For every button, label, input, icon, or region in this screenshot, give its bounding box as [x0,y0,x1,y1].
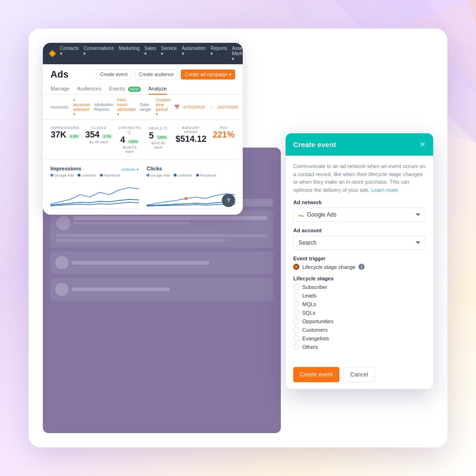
sqls-checkbox[interactable] [293,309,299,316]
clicks-legend: Google Ads LinkedIn Facebook [147,173,235,178]
stage-mqls[interactable]: MQLs [293,301,426,307]
clicks-legend-linkedin: LinkedIn [174,173,192,178]
lifecycle-stages-label: Lifecycle stages [293,276,426,281]
contacts-value: 4 [120,135,125,145]
clicks-chart-area: 200 [147,180,235,209]
ad-account-select[interactable]: Search [293,236,426,250]
stage-others[interactable]: Others [293,344,426,350]
others-checkbox[interactable] [293,344,299,350]
stage-opportunities[interactable]: Opportunities [293,318,426,324]
date-arrow: → [208,105,213,109]
lifecycle-stage-change-label: Lifecycle stage change [302,264,356,270]
learn-more-link[interactable]: Learn more [371,187,398,193]
nav-conversations[interactable]: Conversations ▾ [83,46,114,61]
stage-evangelists[interactable]: Evangelists [293,335,426,341]
mqls-label: MQLs [302,301,316,307]
lifecycle-stages-list: Subscriber Leads MQLs SQLs [293,284,426,350]
ad-account-label: Ad account [293,228,426,233]
legend-linkedin: LinkedIn [78,173,96,178]
stage-customers[interactable]: Customers [293,327,426,333]
nav-sales[interactable]: Sales ▾ [144,46,156,61]
tab-analyze[interactable]: Analyze [149,83,167,94]
create-event-submit-button[interactable]: Create event [293,367,339,382]
ads-tabs: Manage Audiences Events NEW Analyze [43,83,243,95]
lifecycle-info-icon: i [358,264,365,270]
modal-description: Communicate to an ad network when an eve… [293,162,426,194]
start-date[interactable]: 07/01/2016 [183,105,205,109]
svg-point-8 [302,215,304,217]
date-separator: 📅 [174,105,179,109]
deals-badge: 125% [156,135,168,139]
clicks-badge: 1.7% [102,134,112,139]
attribution-filter-label: Attribution Reports: [94,102,114,112]
nav-asset-marketplace[interactable]: Asset Marketplace ▾ [232,46,243,61]
leads-label: Leads [302,293,317,298]
create-audience-button[interactable]: Create audience [135,69,178,79]
outer-card: 🔶 Contacts ▾ Conversations ▾ Marketing S… [29,29,447,447]
ad-network-select-wrapper: Google Ads [293,208,426,222]
nav-service[interactable]: Service ▾ [161,46,177,61]
impressions-badge: 1.0% [69,134,79,139]
nav-contacts[interactable]: Contacts ▾ [60,46,79,61]
lifecycle-stages-group: Lifecycle stages Subscriber Leads MQLs [293,276,426,350]
clicks-legend-google: Google Ads [147,173,170,178]
lifecycle-radio[interactable] [293,264,299,270]
leads-checkbox[interactable] [293,292,299,298]
help-button[interactable]: ? [222,194,235,207]
tab-audiences[interactable]: Audiences [77,83,101,94]
nav-reports[interactable]: Reports ▾ [210,46,227,61]
contacts-sub: $128.53 each [118,145,141,154]
impressions-actions[interactable]: Actions ▾ [121,167,139,172]
impressions-chart-area: 8K [50,180,139,209]
end-date[interactable]: 10/27/2020 [217,105,238,109]
accounts-filter-label: Accounts: [50,105,69,109]
roi-value: 221% [212,130,235,140]
ad-account-group: Ad account Search [293,228,426,250]
nav-marketing[interactable]: Marketing [119,46,139,61]
ad-network-select[interactable]: Google Ads [293,208,426,222]
hubspot-logo: 🔶 [49,50,56,57]
modal-body: Communicate to an ad network when an eve… [286,156,433,362]
nav-automation[interactable]: Automation ▾ [182,46,206,61]
create-event-button[interactable]: Create event [96,69,132,79]
charts-row: Impressions Actions ▾ Google Ads LinkedI… [43,160,243,215]
create-campaign-button[interactable]: Create ad campaign ▾ [181,69,235,79]
customers-checkbox[interactable] [293,327,299,333]
impressions-stat: IMPRESSIONS 37K 1.0% [50,126,79,154]
clicks-label: CLICKS [85,126,112,130]
stage-subscriber[interactable]: Subscriber [293,284,426,290]
stage-leads[interactable]: Leads [293,292,426,298]
clicks-stat: CLICKS 354 1.7% $1.45 each [85,126,112,154]
cancel-button[interactable]: Cancel [343,367,375,382]
modal-title: Create event [293,140,336,149]
modal-close-button[interactable]: ✕ [419,140,426,149]
nav-items: Contacts ▾ Conversations ▾ Marketing Sal… [60,46,243,61]
mqls-checkbox[interactable] [293,301,299,307]
deals-value: 5 [149,131,154,141]
amount-spent-value: $514.12 [176,134,207,144]
lifecycle-stage-change-option[interactable]: Lifecycle stage change i [293,264,426,270]
modal-footer: Create event Cancel [286,362,433,389]
stage-sqls[interactable]: SQLs [293,309,426,316]
svg-point-7 [185,197,188,200]
amount-spent-label: AMOUNT SPENT [176,126,207,134]
header-buttons: Create event Create audience Create ad c… [96,69,236,79]
clicks-legend-facebook: Facebook [196,173,217,178]
tab-manage[interactable]: Manage [50,83,69,94]
attribution-filter-value[interactable]: First-touch attribution ▾ [117,98,136,117]
accounts-filter-value[interactable]: 4 accounts selected ▾ [73,98,90,117]
date-range-filter[interactable]: Custom time period ▾ [156,98,170,117]
event-trigger-label: Event trigger [293,256,426,261]
evangelists-checkbox[interactable] [293,335,299,341]
contacts-badge: 125% [128,139,139,144]
subscriber-checkbox[interactable] [293,284,299,290]
tab-events[interactable]: Events NEW [109,83,140,94]
event-trigger-group: Event trigger Lifecycle stage change i [293,256,426,270]
ad-network-label: Ad network [293,199,426,205]
clicks-chart-title: Clicks [147,166,235,171]
opportunities-checkbox[interactable] [293,318,299,324]
subscriber-label: Subscriber [302,284,327,290]
impressions-label: IMPRESSIONS [50,126,79,130]
stats-row: IMPRESSIONS 37K 1.0% CLICKS 354 1.7% $1.… [43,120,243,160]
others-label: Others [302,344,318,350]
